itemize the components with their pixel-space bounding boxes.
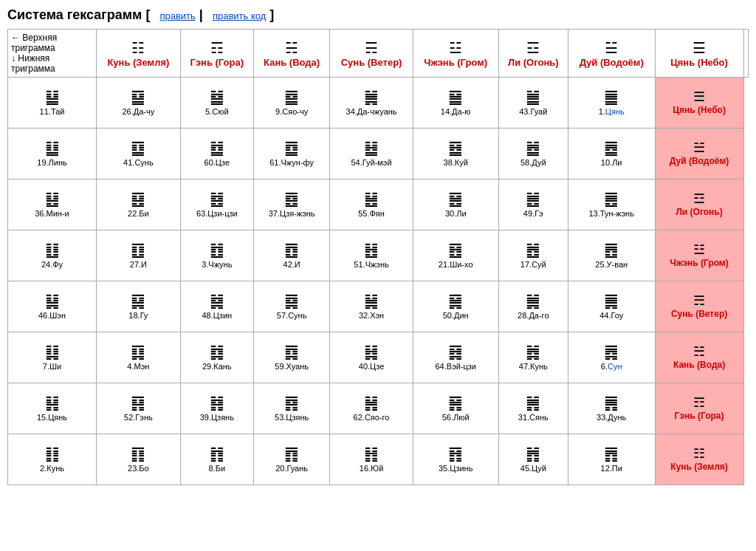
hexagram-cell[interactable]: ䷈9.Сяо-чу <box>253 78 330 129</box>
table-row: ䷁2.Кунь䷖23.Бо䷇8.Би䷓20.Гуань䷏16.Юй䷢35.Цзи… <box>8 434 749 485</box>
row-header-5: ☵Кань (Вода) <box>655 332 743 383</box>
hexagram-cell[interactable]: ䷴53.Цзянь <box>253 383 330 434</box>
hexagram-cell[interactable]: ䷹58.Дуй <box>498 129 568 179</box>
table-row: ䷊11.Тай䷙26.Да-чу䷄5.Сюй䷈9.Сяо-чу䷛34.Да-чж… <box>8 78 749 129</box>
hexagram-cell[interactable]: ䷠33.Дунь <box>568 383 655 434</box>
hexagram-cell[interactable]: ䷮47.Кунь <box>498 332 568 383</box>
col-header-5: ☲Ли (Огонь) <box>498 30 568 78</box>
hexagram-cell[interactable]: ䷷56.Люй <box>413 383 498 434</box>
table-row: ䷣36.Мин-и䷕22.Би䷾63.Цзи-цзи䷤37.Цзя-жэнь䷶5… <box>8 179 749 230</box>
hexagram-cell[interactable]: ䷧40.Цзе <box>330 332 413 383</box>
hexagram-cell[interactable]: ䷉10.Ли <box>568 129 655 179</box>
hexagram-cell[interactable]: ䷎15.Цянь <box>8 383 97 434</box>
col-header-4: ☳Чжэнь (Гром) <box>413 30 498 78</box>
hexagram-cell[interactable]: ䷫44.Гоу <box>568 281 655 332</box>
hexagram-cell[interactable]: ䷞31.Сянь <box>498 383 568 434</box>
hexagram-cell[interactable]: ䷥38.Куй <box>413 129 498 179</box>
hexagram-cell[interactable]: ䷦39.Цзянь <box>180 383 253 434</box>
hexagram-cell[interactable]: ䷟32.Хэн <box>330 281 413 332</box>
col-header-corner-right <box>743 30 748 78</box>
hexagram-cell[interactable]: ䷬45.Цуй <box>498 434 568 485</box>
hexagram-table: ← Верхняя триграмма ↓ Нижняя триграмма ☷… <box>7 29 749 485</box>
hexagram-cell[interactable]: ䷢35.Цзинь <box>413 434 498 485</box>
hexagram-cell[interactable]: ䷌13.Тун-жэнь <box>568 179 655 230</box>
hexagram-cell[interactable]: ䷚27.И <box>97 230 181 281</box>
hexagram-cell[interactable]: ䷼61.Чжун-фу <box>253 129 330 179</box>
hexagram-cell[interactable]: ䷯48.Цзин <box>180 281 253 332</box>
hexagram-cell[interactable]: ䷍14.Да-ю <box>413 78 498 129</box>
hexagram-cell[interactable]: ䷿64.Вэй-цзи <box>413 332 498 383</box>
corner-cell: ← Верхняя триграмма ↓ Нижняя триграмма <box>8 30 97 78</box>
row-header-0: ☰Цянь (Небо) <box>655 78 743 129</box>
hexagram-cell[interactable]: ䷜29.Кань <box>180 332 253 383</box>
hexagram-cell[interactable]: ䷁2.Кунь <box>8 434 97 485</box>
hexagram-cell[interactable]: ䷔21.Ши-хо <box>413 230 498 281</box>
table-row: ䷗24.Фу䷚27.И䷂3.Чжунь䷩42.И䷲51.Чжэнь䷔21.Ши-… <box>8 230 749 281</box>
hexagram-cell[interactable]: ䷵54.Гуй-мэй <box>330 129 413 179</box>
hexagram-cell[interactable]: ䷋12.Пи <box>568 434 655 485</box>
row-header-3: ☳Чжэнь (Гром) <box>655 230 743 281</box>
hexagram-cell[interactable]: ䷳52.Гэнь <box>97 383 181 434</box>
hexagram-cell[interactable]: ䷨41.Сунь <box>97 129 181 179</box>
hexagram-cell[interactable]: ䷛34.Да-чжуань <box>330 78 413 129</box>
hexagram-cell[interactable]: ䷤37.Цзя-жэнь <box>253 179 330 230</box>
hexagram-cell[interactable]: ䷲51.Чжэнь <box>330 230 413 281</box>
hexagram-cell[interactable]: ䷅6.Сун <box>568 332 655 383</box>
table-row: ䷭46.Шэн䷑18.Гу䷯48.Цзин䷸57.Сунь䷟32.Хэн䷱50.… <box>8 281 749 332</box>
hexagram-cell[interactable]: ䷑18.Гу <box>97 281 181 332</box>
hexagram-cell[interactable]: ䷙26.Да-чу <box>97 78 181 129</box>
edit-link[interactable]: править <box>159 10 195 21</box>
hexagram-cell[interactable]: ䷭46.Шэн <box>8 281 97 332</box>
table-row: ䷎15.Цянь䷳52.Гэнь䷦39.Цзянь䷴53.Цзянь䷽62.Ся… <box>8 383 749 434</box>
hexagram-cell[interactable]: ䷪43.Гуай <box>498 78 568 129</box>
hexagram-cell[interactable]: ䷻60.Цзе <box>180 129 253 179</box>
table-row: ䷒19.Линь䷨41.Сунь䷻60.Цзе䷼61.Чжун-фу䷵54.Гу… <box>8 129 749 179</box>
corner-text: ← Верхняя триграмма ↓ Нижняя триграмма <box>11 32 93 74</box>
row-header-1: ☱Дуй (Водоём) <box>655 129 743 179</box>
hexagram-cell[interactable]: ䷛28.Да-го <box>498 281 568 332</box>
hexagram-cell[interactable]: ䷣36.Мин-и <box>8 179 97 230</box>
column-header-row: ← Верхняя триграмма ↓ Нижняя триграмма ☷… <box>8 30 749 78</box>
hexagram-cell[interactable]: ䷩42.И <box>253 230 330 281</box>
hexagram-cell[interactable]: ䷀1.Цянь <box>568 78 655 129</box>
col-header-0: ☷Кунь (Земля) <box>97 30 181 78</box>
hexagram-cell[interactable]: ䷸57.Сунь <box>253 281 330 332</box>
col-header-3: ☴Сунь (Ветер) <box>330 30 413 78</box>
row-header-2: ☲Ли (Огонь) <box>655 179 743 230</box>
col-header-2: ☵Кань (Вода) <box>253 30 330 78</box>
hexagram-cell[interactable]: ䷝30.Ли <box>413 179 498 230</box>
row-header-7: ☷Кунь (Земля) <box>655 434 743 485</box>
hexagram-cell[interactable]: ䷊11.Тай <box>8 78 97 129</box>
hexagram-cell[interactable]: ䷰49.Гэ <box>498 179 568 230</box>
row-header-4: ☴Сунь (Ветер) <box>655 281 743 332</box>
col-header-6: ☱Дуй (Водоём) <box>568 30 655 78</box>
hexagram-cell[interactable]: ䷐17.Суй <box>498 230 568 281</box>
hexagram-cell[interactable]: ䷺59.Хуань <box>253 332 330 383</box>
hexagram-cell[interactable]: ䷇8.Би <box>180 434 253 485</box>
table-row: ䷆7.Ши䷃4.Мэн䷜29.Кань䷺59.Хуань䷧40.Цзе䷿64.В… <box>8 332 749 383</box>
hexagram-cell[interactable]: ䷕22.Би <box>97 179 181 230</box>
hexagram-cell[interactable]: ䷒19.Линь <box>8 129 97 179</box>
hexagram-cell[interactable]: ䷏16.Юй <box>330 434 413 485</box>
hexagram-cell[interactable]: ䷱50.Дин <box>413 281 498 332</box>
col-header-1: ☶Гэнь (Гора) <box>180 30 253 78</box>
hexagram-cell[interactable]: ䷗24.Фу <box>8 230 97 281</box>
hexagram-cell[interactable]: ䷘25.У-ван <box>568 230 655 281</box>
col-header-7: ☰Цянь (Небо) <box>655 30 743 78</box>
hexagram-cell[interactable]: ䷄5.Сюй <box>180 78 253 129</box>
hexagram-cell[interactable]: ䷃4.Мэн <box>97 332 181 383</box>
row-header-6: ☶Гэнь (Гора) <box>655 383 743 434</box>
hexagram-cell[interactable]: ䷽62.Сяо-го <box>330 383 413 434</box>
edit-code-link[interactable]: править код <box>213 10 266 21</box>
hexagram-cell[interactable]: ䷾63.Цзи-цзи <box>180 179 253 230</box>
hexagram-cell[interactable]: ䷖23.Бо <box>97 434 181 485</box>
page-title: Система гексаграмм [ править | править к… <box>7 7 749 23</box>
hexagram-cell[interactable]: ䷆7.Ши <box>8 332 97 383</box>
hexagram-cell[interactable]: ䷶55.Фян <box>330 179 413 230</box>
hexagram-cell[interactable]: ䷂3.Чжунь <box>180 230 253 281</box>
hexagram-cell[interactable]: ䷓20.Гуань <box>253 434 330 485</box>
